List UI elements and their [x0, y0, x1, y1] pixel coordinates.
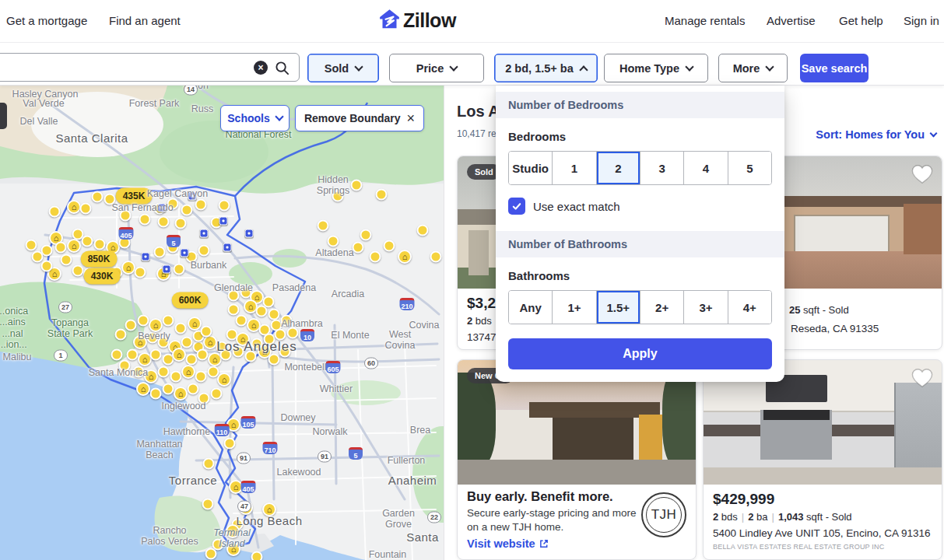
map-control-partial[interactable]: [0, 103, 7, 129]
bathrooms-option-1[interactable]: 1+: [553, 291, 596, 324]
map-marker[interactable]: [154, 247, 166, 258]
map-marker[interactable]: ⌂: [398, 250, 412, 264]
map-marker[interactable]: [138, 315, 149, 327]
map-marker[interactable]: [92, 191, 104, 203]
price-pill[interactable]: 850K: [81, 251, 118, 268]
map-marker[interactable]: [26, 240, 37, 251]
map-marker[interactable]: [175, 323, 187, 334]
search-icon[interactable]: [275, 61, 290, 79]
map-marker[interactable]: [175, 218, 187, 229]
apply-button[interactable]: Apply: [508, 338, 772, 369]
ad-card-tjh[interactable]: New Co Buy early. Benefit more. Secure e…: [457, 359, 697, 560]
map-marker[interactable]: [268, 354, 280, 366]
map-marker[interactable]: [202, 499, 214, 510]
map-marker[interactable]: [49, 206, 61, 218]
map-marker[interactable]: [150, 349, 162, 361]
bedrooms-option-3[interactable]: 3: [640, 152, 684, 184]
map-marker[interactable]: [251, 551, 263, 560]
schools-button[interactable]: Schools: [220, 105, 290, 131]
map-marker[interactable]: [370, 251, 381, 263]
zillow-logo[interactable]: Zillow: [379, 9, 456, 33]
save-search-button[interactable]: Save search: [800, 54, 869, 82]
bathrooms-option-4[interactable]: 4+: [728, 291, 771, 324]
map[interactable]: ⌂⌂⌂⌂⌂⌂⌂⌂⌂⌂⌂⌂⌂⌂⌂⌂⌂⌂⌂⌂⌂⌂⌂⌂⌂⌂⌂⌂⌂⌂⌂⌂⌂435K850…: [0, 86, 444, 560]
map-marker[interactable]: [135, 267, 146, 278]
filter-home-type[interactable]: Home Type: [604, 54, 708, 82]
nav-sign-in[interactable]: Sign in: [904, 14, 939, 27]
price-pill[interactable]: 600K: [172, 292, 209, 309]
map-marker[interactable]: [188, 383, 199, 395]
bedrooms-option-2[interactable]: 2: [597, 152, 640, 184]
map-marker[interactable]: [163, 383, 174, 395]
map-marker[interactable]: [228, 304, 240, 316]
map-marker[interactable]: [203, 458, 215, 470]
map-marker[interactable]: [80, 203, 92, 215]
map-marker[interactable]: ⌂: [203, 335, 217, 349]
map-marker[interactable]: [318, 220, 329, 232]
price-pill[interactable]: 430K: [84, 268, 121, 285]
map-marker[interactable]: ⌂: [172, 348, 186, 362]
map-marker[interactable]: [170, 371, 182, 383]
map-marker[interactable]: [41, 261, 53, 272]
map-marker[interactable]: [268, 309, 280, 320]
save-heart-icon[interactable]: [911, 367, 934, 392]
filter-more[interactable]: More: [718, 54, 788, 82]
map-marker[interactable]: [384, 240, 395, 252]
filter-price[interactable]: Price: [389, 54, 484, 82]
bedrooms-option-studio[interactable]: Studio: [509, 152, 553, 184]
map-marker[interactable]: [82, 236, 93, 247]
map-marker[interactable]: [158, 366, 170, 378]
school-marker-icon[interactable]: [223, 243, 232, 252]
listing-card-encino[interactable]: $429,999 2 bds|2 ba|1,043 sqft - Sold 54…: [703, 359, 942, 560]
school-marker-icon[interactable]: [245, 229, 254, 238]
map-marker[interactable]: [256, 306, 268, 317]
sort-dropdown[interactable]: Sort: Homes for You: [816, 128, 936, 141]
remove-boundary-button[interactable]: Remove Boundary×: [295, 105, 424, 131]
map-marker[interactable]: [219, 200, 230, 212]
map-marker[interactable]: [376, 189, 388, 201]
school-marker-icon[interactable]: [200, 229, 209, 238]
map-marker[interactable]: [195, 199, 207, 211]
map-marker[interactable]: [201, 326, 212, 338]
map-marker[interactable]: [236, 315, 247, 327]
school-marker-icon[interactable]: [142, 253, 150, 261]
search-input[interactable]: ×: [0, 53, 300, 82]
map-marker[interactable]: ⌂: [181, 365, 195, 379]
map-marker[interactable]: [111, 349, 123, 361]
map-marker[interactable]: ⌂: [121, 261, 135, 275]
school-marker-icon[interactable]: [181, 249, 189, 257]
map-marker[interactable]: ⌂: [174, 387, 188, 401]
map-marker[interactable]: [198, 245, 210, 257]
map-marker[interactable]: [174, 264, 185, 275]
map-marker[interactable]: [351, 180, 363, 191]
school-marker-icon[interactable]: [219, 217, 228, 226]
bathrooms-option-3[interactable]: 3+: [684, 291, 728, 324]
save-heart-icon[interactable]: [911, 163, 934, 188]
map-marker[interactable]: ⌂: [217, 373, 231, 387]
map-marker[interactable]: [353, 242, 364, 254]
map-marker[interactable]: [430, 251, 442, 263]
bedrooms-option-5[interactable]: 5: [728, 152, 771, 184]
nav-get-help[interactable]: Get help: [839, 14, 883, 27]
map-marker[interactable]: [127, 349, 139, 361]
map-marker[interactable]: [360, 229, 372, 241]
map-marker[interactable]: [224, 438, 236, 450]
map-marker[interactable]: ⌂: [136, 382, 150, 396]
map-marker[interactable]: [211, 388, 223, 400]
map-marker[interactable]: [328, 236, 339, 247]
map-marker[interactable]: [181, 205, 193, 216]
map-marker[interactable]: [181, 337, 193, 348]
bedrooms-option-4[interactable]: 4: [684, 152, 728, 184]
school-marker-icon[interactable]: [163, 265, 171, 274]
map-marker[interactable]: [150, 388, 162, 400]
map-marker[interactable]: [125, 320, 137, 331]
nav-manage-rentals[interactable]: Manage rentals: [665, 14, 745, 27]
map-marker[interactable]: [55, 242, 67, 254]
clear-search-icon[interactable]: ×: [254, 61, 268, 75]
map-marker[interactable]: ⌂: [67, 200, 81, 214]
nav-advertise[interactable]: Advertise: [767, 14, 816, 27]
bathrooms-option-15[interactable]: 1.5+: [597, 291, 640, 324]
nav-find-an-agent[interactable]: Find an agent: [109, 14, 181, 27]
map-marker[interactable]: [417, 225, 429, 236]
exact-match-checkbox[interactable]: [508, 198, 525, 215]
